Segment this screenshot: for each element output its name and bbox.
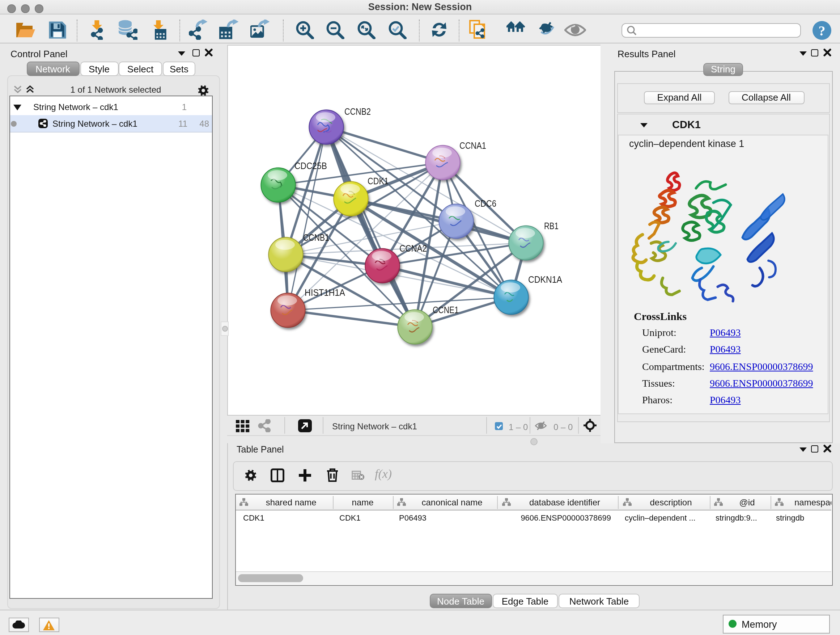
svg-text:CCNE1: CCNE1 bbox=[433, 304, 459, 315]
svg-text:CDK1: CDK1 bbox=[368, 175, 388, 186]
svg-text:HIST1H1A: HIST1H1A bbox=[305, 287, 346, 298]
svg-text:CDKN1A: CDKN1A bbox=[528, 274, 562, 285]
svg-text:RB1: RB1 bbox=[544, 220, 559, 231]
svg-text:CDC25B: CDC25B bbox=[294, 160, 327, 171]
svg-text:CCNB1: CCNB1 bbox=[303, 232, 329, 242]
svg-text:CCNA2: CCNA2 bbox=[399, 242, 427, 253]
svg-text:CDC6: CDC6 bbox=[475, 198, 496, 209]
svg-text:CCNA1: CCNA1 bbox=[459, 140, 486, 150]
svg-text:CCNB2: CCNB2 bbox=[344, 106, 371, 117]
